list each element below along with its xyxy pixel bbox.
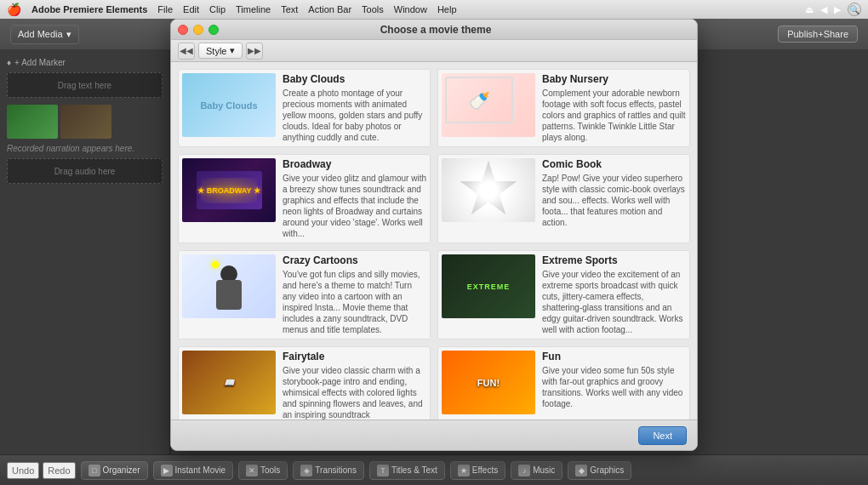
titles-text-button[interactable]: T Titles & Text bbox=[369, 461, 445, 480]
nav-left-arrow[interactable]: ◀◀ bbox=[178, 43, 195, 60]
menu-tools[interactable]: Tools bbox=[362, 4, 384, 14]
drag-audio-label: Drag audio here bbox=[54, 167, 116, 176]
theme-item-fairytale[interactable]: 📖 Fairytale Give your video classic char… bbox=[178, 346, 431, 419]
theme-name-baby-nursery: Baby Nursery bbox=[542, 73, 686, 85]
theme-thumb-comic-book bbox=[442, 158, 535, 222]
theme-desc-baby-nursery: Complement your adorable newborn footage… bbox=[542, 88, 686, 143]
titles-icon: T bbox=[377, 465, 389, 476]
transitions-button[interactable]: ◈ Transitions bbox=[293, 461, 364, 480]
theme-desc-crazy-cartoons: You've got fun clips and silly movies, a… bbox=[283, 269, 426, 335]
theme-item-fun[interactable]: FUN! Fun Give your video some fun 50s st… bbox=[437, 346, 690, 419]
comic-burst-visual bbox=[459, 161, 518, 220]
add-media-chevron: ▾ bbox=[66, 29, 71, 40]
theme-name-broadway: Broadway bbox=[283, 158, 426, 170]
redo-button[interactable]: Redo bbox=[43, 462, 75, 479]
theme-name-baby-clouds: Baby Clouds bbox=[283, 73, 426, 85]
dialog-bottom: Next bbox=[171, 419, 697, 450]
theme-name-extreme-sports: Extreme Sports bbox=[542, 254, 686, 266]
nav-right-arrow[interactable]: ▶▶ bbox=[246, 43, 263, 60]
theme-item-baby-nursery[interactable]: Baby Nursery Complement your adorable ne… bbox=[437, 69, 690, 147]
theme-info-comic-book: Comic Book Zap! Pow! Give your video sup… bbox=[542, 158, 686, 239]
theme-desc-broadway: Give your video glitz and glamour with a… bbox=[283, 173, 426, 239]
transitions-label: Transitions bbox=[315, 465, 357, 475]
music-label: Music bbox=[533, 465, 555, 475]
theme-name-fun: Fun bbox=[542, 351, 686, 362]
theme-grid: Baby Clouds Baby Clouds Create a photo m… bbox=[171, 62, 697, 419]
choose-theme-dialog: Choose a movie theme ◀◀ Style ▾ ▶▶ Baby … bbox=[170, 19, 698, 451]
theme-thumb-baby-nursery bbox=[442, 73, 535, 137]
menu-edit[interactable]: Edit bbox=[183, 4, 199, 14]
theme-info-crazy-cartoons: Crazy Cartoons You've got fun clips and … bbox=[283, 254, 426, 335]
undo-redo-group: Undo Redo bbox=[7, 462, 76, 479]
theme-desc-fun: Give your video some fun 50s style with … bbox=[542, 365, 686, 409]
theme-info-baby-nursery: Baby Nursery Complement your adorable ne… bbox=[542, 73, 686, 143]
theme-item-extreme-sports[interactable]: EXTREME Extreme Sports Give your video t… bbox=[437, 250, 690, 340]
titles-label: Titles & Text bbox=[391, 465, 437, 475]
menu-help[interactable]: Help bbox=[437, 4, 457, 14]
menu-file[interactable]: File bbox=[157, 4, 173, 14]
music-icon: ♪ bbox=[518, 465, 530, 476]
theme-desc-comic-book: Zap! Pow! Give your video superhero styl… bbox=[542, 173, 686, 228]
style-chevron: ▾ bbox=[230, 45, 235, 56]
add-marker-icon: ♦ bbox=[7, 58, 11, 67]
thumbnail-row bbox=[7, 105, 163, 139]
theme-name-crazy-cartoons: Crazy Cartoons bbox=[283, 254, 426, 266]
next-button[interactable]: Next bbox=[638, 426, 687, 445]
app-name: Adobe Premiere Elements bbox=[31, 4, 147, 14]
menu-window[interactable]: Window bbox=[394, 4, 427, 14]
effects-icon: ★ bbox=[458, 465, 470, 476]
add-marker-button[interactable]: ♦ + Add Marker bbox=[7, 56, 163, 69]
theme-item-crazy-cartoons[interactable]: Crazy Cartoons You've got fun clips and … bbox=[178, 250, 431, 340]
add-media-button[interactable]: Add Media ▾ bbox=[10, 25, 79, 44]
eject-icon: ⏏ bbox=[805, 4, 814, 15]
theme-info-extreme-sports: Extreme Sports Give your video the excit… bbox=[542, 254, 686, 335]
menu-clip[interactable]: Clip bbox=[209, 4, 226, 14]
theme-thumb-fun: FUN! bbox=[442, 351, 535, 414]
bottom-toolbar: Undo Redo □ Organizer ▶ Instant Movie ✕ … bbox=[0, 454, 868, 485]
organizer-icon: □ bbox=[89, 465, 100, 476]
add-marker-label: + Add Marker bbox=[14, 58, 66, 67]
theme-item-baby-clouds[interactable]: Baby Clouds Baby Clouds Create a photo m… bbox=[178, 69, 431, 147]
style-dropdown[interactable]: Style ▾ bbox=[198, 43, 243, 59]
forward-icon[interactable]: ▶ bbox=[834, 4, 841, 15]
organizer-button[interactable]: □ Organizer bbox=[81, 461, 148, 480]
back-icon[interactable]: ◀ bbox=[820, 4, 827, 15]
drag-audio-placeholder: Drag audio here bbox=[7, 158, 163, 184]
tools-label: Tools bbox=[260, 465, 280, 475]
menu-bar: 🍎 Adobe Premiere Elements File Edit Clip… bbox=[0, 0, 868, 19]
theme-desc-baby-clouds: Create a photo montage of your precious … bbox=[283, 88, 426, 143]
theme-thumb-baby-clouds: Baby Clouds bbox=[182, 73, 276, 137]
style-bar: ◀◀ Style ▾ ▶▶ bbox=[171, 40, 697, 62]
dialog-title: Choose a movie theme bbox=[181, 24, 690, 36]
thumbnail-1[interactable] bbox=[7, 105, 58, 139]
tools-button[interactable]: ✕ Tools bbox=[238, 461, 288, 480]
publish-share-button[interactable]: Publish+Share bbox=[778, 26, 858, 43]
theme-name-comic-book: Comic Book bbox=[542, 158, 686, 170]
graphics-button[interactable]: ◆ Graphics bbox=[568, 461, 631, 480]
nursery-image bbox=[445, 77, 513, 123]
menu-timeline[interactable]: Timeline bbox=[236, 4, 271, 14]
add-media-label: Add Media bbox=[18, 29, 63, 39]
transitions-icon: ◈ bbox=[300, 465, 312, 476]
apple-menu[interactable]: 🍎 bbox=[7, 3, 21, 16]
instant-movie-label: Instant Movie bbox=[175, 465, 226, 475]
undo-button[interactable]: Undo bbox=[7, 462, 39, 479]
graphics-icon: ◆ bbox=[575, 465, 587, 476]
instant-movie-button[interactable]: ▶ Instant Movie bbox=[153, 461, 233, 480]
menu-text[interactable]: Text bbox=[281, 4, 298, 14]
menu-action-bar[interactable]: Action Bar bbox=[308, 4, 351, 14]
theme-name-fairytale: Fairytale bbox=[283, 351, 426, 362]
music-button[interactable]: ♪ Music bbox=[511, 461, 562, 480]
theme-desc-extreme-sports: Give your video the excitement of an ext… bbox=[542, 269, 686, 335]
drag-text-label: Drag text here bbox=[58, 81, 111, 90]
dialog-titlebar: Choose a movie theme bbox=[171, 20, 697, 40]
theme-info-broadway: Broadway Give your video glitz and glamo… bbox=[283, 158, 426, 239]
effects-button[interactable]: ★ Effects bbox=[450, 461, 505, 480]
search-icon[interactable]: 🔍 bbox=[848, 3, 861, 16]
thumbnail-2[interactable] bbox=[60, 105, 111, 139]
recorded-narration-text: Recorded narration appears here. bbox=[7, 142, 163, 155]
theme-item-comic-book[interactable]: Comic Book Zap! Pow! Give your video sup… bbox=[437, 154, 690, 243]
theme-info-baby-clouds: Baby Clouds Create a photo montage of yo… bbox=[283, 73, 426, 143]
theme-item-broadway[interactable]: ★ BROADWAY ★ Broadway Give your video gl… bbox=[178, 154, 431, 243]
theme-info-fairytale: Fairytale Give your video classic charm … bbox=[283, 351, 426, 419]
